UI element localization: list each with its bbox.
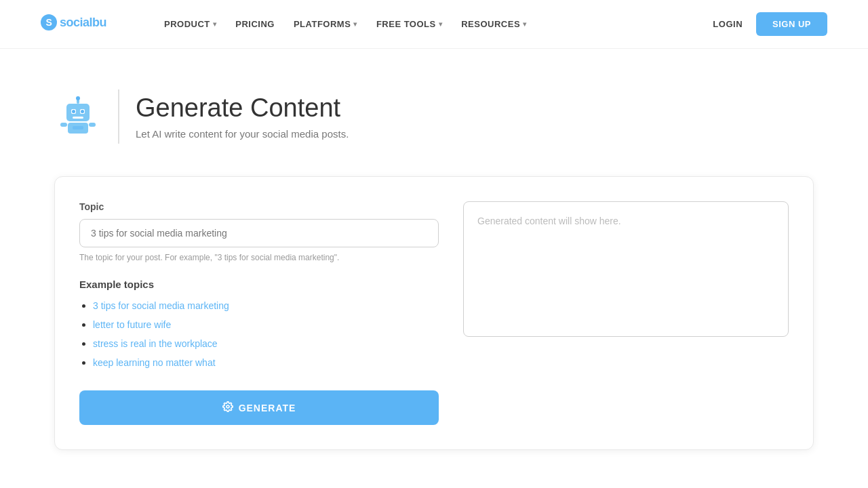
- svg-text:socialbu: socialbu: [60, 16, 106, 29]
- field-hint: The topic for your post. For example, "3…: [79, 253, 439, 262]
- svg-rect-12: [73, 126, 83, 129]
- topic-input[interactable]: [79, 219, 439, 247]
- list-item: keep learning no matter what: [93, 357, 439, 369]
- logo[interactable]: S socialbu: [41, 10, 129, 39]
- nav-resources[interactable]: RESOURCES ▾: [453, 14, 534, 35]
- header: S socialbu PRODUCT ▾ PRICING PLATFORMS ▾…: [0, 0, 868, 49]
- signup-button[interactable]: SIGN UP: [756, 12, 827, 36]
- svg-point-10: [76, 96, 80, 100]
- svg-rect-13: [60, 123, 67, 127]
- svg-text:S: S: [46, 17, 52, 28]
- login-button[interactable]: LOGIN: [713, 19, 743, 29]
- example-topic-link-1[interactable]: 3 tips for social media marketing: [93, 300, 229, 311]
- example-topic-link-3[interactable]: stress is real in the workplace: [93, 338, 218, 349]
- right-panel: Generated content will show here.: [463, 201, 789, 425]
- example-topics-list: 3 tips for social media marketing letter…: [79, 300, 439, 369]
- example-topics-title: Example topics: [79, 279, 439, 290]
- chevron-down-icon: ▾: [213, 20, 217, 28]
- list-item: 3 tips for social media marketing: [93, 300, 439, 312]
- logo-svg: S socialbu: [41, 10, 129, 35]
- page-header: Generate Content Let AI write content fo…: [54, 89, 814, 144]
- example-topic-link-2[interactable]: letter to future wife: [93, 319, 171, 330]
- chevron-down-icon: ▾: [353, 20, 357, 28]
- svg-rect-8: [73, 117, 83, 119]
- left-panel: Topic The topic for your post. For examp…: [79, 201, 439, 425]
- generate-label: GENERATE: [239, 403, 296, 413]
- logo-text: S socialbu: [41, 10, 129, 39]
- nav-free-tools[interactable]: FREE TOOLS ▾: [368, 14, 450, 35]
- main-content: Generate Content Let AI write content fo…: [0, 49, 868, 477]
- list-item: stress is real in the workplace: [93, 338, 439, 350]
- svg-point-7: [81, 110, 84, 113]
- nav-product[interactable]: PRODUCT ▾: [156, 14, 224, 35]
- topic-label: Topic: [79, 201, 439, 212]
- header-actions: LOGIN SIGN UP: [713, 12, 827, 36]
- robot-icon: [54, 93, 102, 140]
- settings-icon: [222, 401, 233, 414]
- list-item: letter to future wife: [93, 319, 439, 331]
- example-topic-link-4[interactable]: keep learning no matter what: [93, 357, 216, 368]
- chevron-down-icon: ▾: [523, 20, 527, 28]
- page-title-area: Generate Content Let AI write content fo…: [136, 94, 349, 140]
- chevron-down-icon: ▾: [439, 20, 443, 28]
- svg-point-6: [72, 110, 75, 113]
- content-output: Generated content will show here.: [463, 201, 789, 337]
- output-placeholder: Generated content will show here.: [477, 216, 621, 226]
- svg-rect-3: [66, 104, 90, 121]
- generate-card: Topic The topic for your post. For examp…: [54, 176, 814, 450]
- nav-pricing[interactable]: PRICING: [227, 14, 283, 35]
- page-subtitle: Let AI write content for your social med…: [136, 128, 349, 140]
- svg-rect-14: [89, 123, 96, 127]
- generate-button[interactable]: GENERATE: [79, 390, 439, 425]
- main-nav: PRODUCT ▾ PRICING PLATFORMS ▾ FREE TOOLS…: [156, 14, 713, 35]
- page-title: Generate Content: [136, 94, 349, 123]
- header-divider: [118, 89, 119, 144]
- nav-platforms[interactable]: PLATFORMS ▾: [285, 14, 366, 35]
- svg-point-15: [226, 405, 229, 408]
